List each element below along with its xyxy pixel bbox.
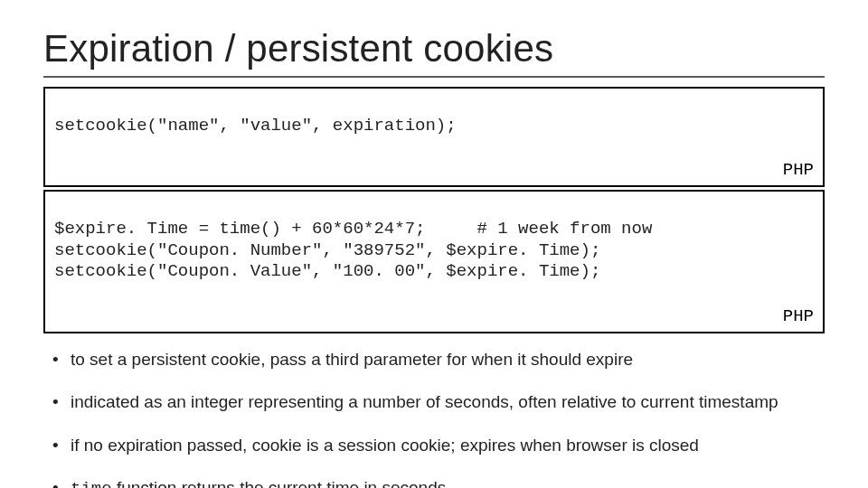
bullet-item: to set a persistent cookie, pass a third…: [47, 348, 825, 371]
title-underline: Expiration / persistent cookies: [43, 27, 825, 78]
code-line: $expire. Time = time() + 60*60*24*7; # 1…: [54, 219, 652, 239]
bullet-item: if no expiration passed, cookie is a ses…: [47, 434, 825, 457]
bullet-item: indicated as an integer representing a n…: [47, 390, 825, 414]
bullet-text: if no expiration passed, cookie is a ses…: [71, 436, 699, 455]
code-block-syntax: setcookie("name", "value", expiration); …: [43, 87, 825, 187]
code-lang-label: PHP: [783, 160, 814, 182]
bullet-list: to set a persistent cookie, pass a third…: [43, 348, 825, 489]
code-line: setcookie("Coupon. Value", "100. 00", $e…: [54, 261, 600, 281]
code-line: setcookie("name", "value", expiration);: [54, 116, 457, 136]
bullet-text: to set a persistent cookie, pass a third…: [71, 350, 633, 369]
code-line: setcookie("Coupon. Number", "389752", $e…: [54, 240, 600, 260]
slide: Expiration / persistent cookies setcooki…: [0, 0, 868, 488]
bullet-text: indicated as an integer representing a n…: [71, 392, 778, 411]
time-function-link[interactable]: time: [71, 479, 112, 488]
slide-title: Expiration / persistent cookies: [43, 27, 825, 70]
bullet-text: function returns the current time in sec…: [112, 478, 447, 488]
code-block-example: $expire. Time = time() + 60*60*24*7; # 1…: [43, 190, 825, 333]
code-lang-label: PHP: [783, 306, 814, 328]
bullet-item: time function returns the current time i…: [47, 476, 825, 488]
